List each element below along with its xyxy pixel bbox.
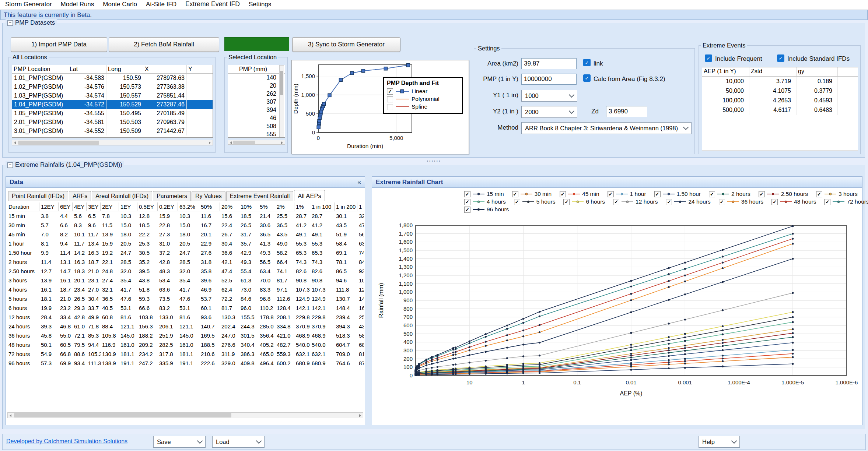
data-col-63-2[interactable]: 63.2% [178,202,199,211]
data-row[interactable]: 1 hour8.19.411.713.415.920.525.331.020.5… [7,239,364,248]
data-tab-point-rainfall-ifds[interactable]: Point Rainfall (IFDs) [8,191,68,201]
ee-row[interactable]: 100,0004.26530.4593 [702,96,858,105]
data-col-12ey[interactable]: 12EY [39,202,59,211]
pmp-value-row[interactable]: 46 [228,114,285,122]
save-combo[interactable]: Save [153,436,206,448]
data-col-1-in-200[interactable]: 1 in 200 [335,202,357,211]
data-col-3ey[interactable]: 3EY [87,202,101,211]
loc-col-long[interactable]: Long [106,65,143,73]
collapse-icon[interactable] [7,162,13,168]
fetch-bom-button[interactable]: 2) Fetch BoM Rainfall [109,37,219,52]
selected-hscrollbar[interactable] [228,140,285,145]
location-row[interactable]: 2.01_PMP(GSDM)-34.581150.503270963.79 [12,118,213,127]
pmp-value-row[interactable]: 262 [228,90,285,98]
legend-item-1-hour[interactable]: 1 hour [608,191,646,197]
loc-col-x[interactable]: X [143,65,187,73]
ee-row[interactable]: 10,0003.7190.189 [702,77,858,86]
data-row[interactable]: 1.50 hour9.911.414.216.319.224.730.537.2… [7,248,364,257]
legend-checkbox[interactable] [560,191,566,197]
ee-col-gy[interactable]: gy [797,67,838,76]
legend-item-72-hours[interactable]: 72 hours [824,198,868,205]
legend-checkbox[interactable] [771,199,778,205]
include-standard-checkbox[interactable] [777,54,784,62]
data-tab-extreme-event-rainfall[interactable]: Extreme Event Rainfall [226,191,294,201]
data-col-0-2ey[interactable]: 0.2EY [158,202,178,211]
data-col-5[interactable]: 5% [258,202,275,211]
pmp-fit-legend-item-polynomial[interactable]: Polynomial [387,96,459,102]
data-row[interactable]: 12 hours28.433.442.849.960.881.6103.8133… [7,313,364,322]
pmp-value-row[interactable]: 140 [228,74,285,82]
load-combo[interactable]: Load [212,436,265,448]
legend-checkbox[interactable] [387,88,393,95]
legend-checkbox[interactable] [613,199,619,205]
selected-vscrollbar[interactable] [279,65,284,137]
data-row[interactable]: 15 min3.84.45.66.57.810.312.815.910.311.… [7,211,364,221]
data-row[interactable]: 3 hours13.916.120.123.127.435.443.853.43… [7,276,364,285]
legend-checkbox[interactable] [514,199,520,205]
data-col-50[interactable]: 50% [199,202,220,211]
data-col-2ey[interactable]: 2EY [101,202,119,211]
developer-link[interactable]: Developed by Catchment Simulation Soluti… [6,438,127,445]
zd-input[interactable] [606,106,647,117]
loc-col-lat[interactable]: Lat [68,65,106,73]
sync-button[interactable]: 3) Sync to Storm Generator [292,37,400,52]
legend-item-15-min[interactable]: 15 min [464,191,504,197]
data-col-6ey[interactable]: 6EY [59,202,73,211]
pmp-value-row[interactable]: 555 [228,130,285,138]
data-col-1[interactable]: 1% [294,202,310,211]
legend-item-3-hours[interactable]: 3 hours [816,191,858,197]
method-combo[interactable]: ARR Book 8 Chapter 3: Siriwardena & Wein… [521,122,692,134]
help-combo[interactable]: Help [699,436,740,448]
legend-item-2-50-hours[interactable]: 2.50 hours [759,191,808,197]
legend-item-36-hours[interactable]: 36 hours [719,198,763,205]
data-col-1ey[interactable]: 1EY [119,202,137,211]
data-col-2[interactable]: 2% [275,202,294,211]
legend-item-96-hours[interactable]: 96 hours [464,206,509,213]
legend-item-6-hours[interactable]: 6 hours [563,198,605,205]
pmp-value-row[interactable]: 508 [228,122,285,130]
collapse-panel-icon[interactable]: « [358,179,361,186]
data-row[interactable]: 2 hours11.413.116.318.722.128.535.242.82… [7,257,364,267]
include-frequent-checkbox[interactable] [705,54,712,62]
legend-item-1-50-hour[interactable]: 1.50 hour [654,191,701,197]
legend-checkbox[interactable] [654,191,661,197]
pmp-y-input[interactable] [521,74,577,85]
legend-checkbox[interactable] [464,207,470,213]
location-row[interactable]: 1.02_PMP(GSDM)-34.576150.573277363.38 [12,82,213,91]
legend-checkbox[interactable] [608,191,614,197]
location-row[interactable]: 1.05_PMP(GSDM)-34.555150.495270185.49 [12,109,213,118]
legend-item-24-hours[interactable]: 24 hours [666,198,710,205]
import-pmp-button[interactable]: 1) Import PMP Data [11,37,107,52]
pmp-fit-legend-item-spline[interactable]: Spline [387,103,459,110]
data-row[interactable]: 24 hours39.346.861.071.888.4121.1156.320… [7,322,364,331]
legend-item-48-hours[interactable]: 48 hours [771,198,816,205]
tab-storm-generator[interactable]: Storm Generator [1,0,56,10]
pmp-value-row[interactable]: 394 [228,106,285,114]
splitter-handle[interactable] [416,159,452,162]
data-row[interactable]: 4 hours16.118.723.427.032.141.751.863.64… [7,285,364,294]
data-tab-arfs[interactable]: ARFs [69,191,91,201]
pmp-value-row[interactable]: 307 [228,98,285,106]
pmp-value-row[interactable]: 20 [228,82,285,90]
tab-extreme-event-ifd[interactable]: Extreme Event IFD [181,0,244,10]
data-col-4ey[interactable]: 4EY [73,202,87,211]
ee-col-blank[interactable] [838,67,856,76]
data-row[interactable]: 45 min7.08.210.111.713.918.022.227.318.0… [7,230,364,239]
tab-model-runs[interactable]: Model Runs [56,0,99,10]
legend-checkbox[interactable] [563,199,570,205]
legend-item-2-hours[interactable]: 2 hours [709,191,750,197]
legend-checkbox[interactable] [464,199,470,205]
data-tab-areal-rainfall-ifds[interactable]: Areal Rainfall (IFDs) [92,191,152,201]
ee-row[interactable]: 50,0004.10750.3779 [702,86,858,96]
legend-checkbox[interactable] [387,104,393,110]
legend-item-30-min[interactable]: 30 min [512,191,552,197]
location-row[interactable]: 3.01_PMP(GSDM)-34.552150.509271442.67 [12,127,213,135]
data-tab-ry-values[interactable]: Ry Values [192,191,225,201]
legend-item-12-hours[interactable]: 12 hours [613,198,658,205]
legend-checkbox[interactable] [709,191,715,197]
data-row[interactable]: 30 min5.76.68.39.611.515.018.522.815.016… [7,221,364,230]
ee-col-zstd[interactable]: Zstd [749,67,797,76]
data-col-1-in-500[interactable]: 1 in 500 [357,202,364,211]
data-row[interactable]: 36 hours45.855.072.185.3105.8145.0188.22… [7,331,364,340]
legend-item-45-min[interactable]: 45 min [560,191,599,197]
